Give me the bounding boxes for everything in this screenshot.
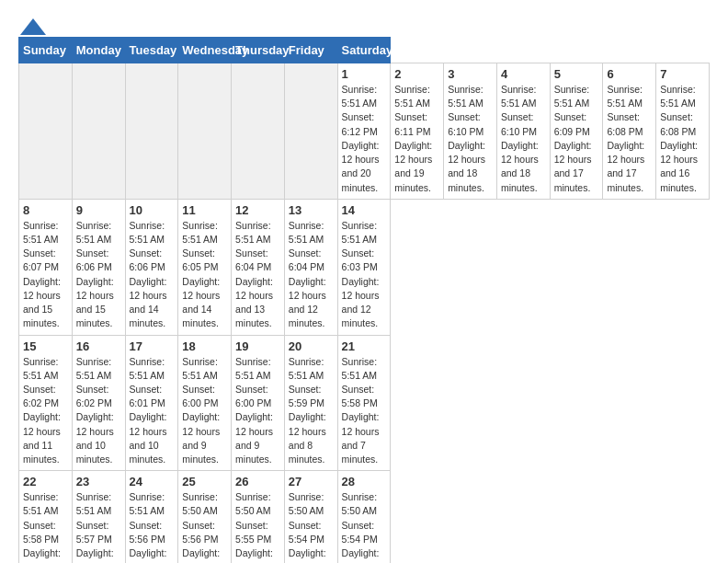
page-header: [18, 15, 710, 31]
calendar-day-13: 13Sunrise: 5:51 AMSunset: 6:04 PMDayligh…: [284, 199, 337, 335]
calendar-week-2: 8Sunrise: 5:51 AMSunset: 6:07 PMDaylight…: [19, 199, 710, 335]
day-number: 12: [235, 203, 280, 217]
day-number: 6: [607, 67, 652, 81]
empty-cell: [178, 63, 232, 200]
day-info: Sunrise: 5:51 AMSunset: 6:02 PMDaylight:…: [76, 356, 114, 465]
day-number: 15: [23, 339, 68, 353]
day-info: Sunrise: 5:51 AMSunset: 6:09 PMDaylight:…: [554, 84, 592, 193]
calendar-day-18: 18Sunrise: 5:51 AMSunset: 6:00 PMDayligh…: [178, 335, 232, 471]
calendar-day-12: 12Sunrise: 5:51 AMSunset: 6:04 PMDayligh…: [232, 199, 285, 335]
calendar-day-11: 11Sunrise: 5:51 AMSunset: 6:05 PMDayligh…: [178, 199, 232, 335]
day-number: 14: [342, 203, 387, 217]
day-number: 7: [660, 67, 705, 81]
day-number: 9: [76, 203, 121, 217]
day-number: 23: [76, 475, 121, 488]
day-info: Sunrise: 5:50 AMSunset: 5:56 PMDaylight:…: [182, 491, 220, 563]
day-number: 28: [342, 475, 387, 488]
day-info: Sunrise: 5:51 AMSunset: 5:58 PMDaylight:…: [342, 356, 380, 465]
calendar-day-25: 25Sunrise: 5:50 AMSunset: 5:56 PMDayligh…: [178, 471, 232, 563]
day-info: Sunrise: 5:51 AMSunset: 5:58 PMDaylight:…: [23, 491, 61, 563]
calendar-day-24: 24Sunrise: 5:51 AMSunset: 5:56 PMDayligh…: [125, 471, 178, 563]
column-header-saturday: Saturday: [337, 38, 391, 63]
day-number: 19: [235, 339, 280, 353]
column-header-wednesday: Wednesday: [178, 38, 232, 63]
calendar-day-7: 7Sunrise: 5:51 AMSunset: 6:08 PMDaylight…: [656, 63, 710, 200]
empty-cell: [72, 63, 125, 200]
day-info: Sunrise: 5:51 AMSunset: 6:08 PMDaylight:…: [607, 84, 644, 193]
day-info: Sunrise: 5:50 AMSunset: 5:54 PMDaylight:…: [342, 491, 380, 563]
day-number: 27: [289, 475, 334, 488]
calendar-day-4: 4Sunrise: 5:51 AMSunset: 6:10 PMDaylight…: [496, 63, 550, 200]
day-number: 2: [394, 67, 439, 81]
empty-cell: [125, 63, 178, 200]
day-number: 25: [182, 475, 227, 488]
calendar-day-27: 27Sunrise: 5:50 AMSunset: 5:54 PMDayligh…: [284, 471, 337, 563]
day-info: Sunrise: 5:51 AMSunset: 6:00 PMDaylight:…: [182, 356, 220, 465]
day-number: 18: [182, 339, 227, 353]
calendar-day-14: 14Sunrise: 5:51 AMSunset: 6:03 PMDayligh…: [337, 199, 391, 335]
day-number: 3: [448, 67, 493, 81]
day-info: Sunrise: 5:51 AMSunset: 6:01 PMDaylight:…: [130, 356, 167, 465]
day-number: 22: [23, 475, 68, 488]
empty-cell: [232, 63, 285, 200]
day-number: 13: [289, 203, 334, 217]
day-number: 16: [76, 339, 121, 353]
day-info: Sunrise: 5:51 AMSunset: 6:06 PMDaylight:…: [76, 220, 114, 329]
day-info: Sunrise: 5:51 AMSunset: 6:04 PMDaylight:…: [235, 220, 273, 329]
calendar-week-3: 15Sunrise: 5:51 AMSunset: 6:02 PMDayligh…: [19, 335, 710, 471]
day-number: 4: [501, 67, 546, 81]
calendar-day-16: 16Sunrise: 5:51 AMSunset: 6:02 PMDayligh…: [72, 335, 125, 471]
day-number: 21: [342, 339, 387, 353]
day-info: Sunrise: 5:51 AMSunset: 6:10 PMDaylight:…: [448, 84, 485, 193]
calendar-day-8: 8Sunrise: 5:51 AMSunset: 6:07 PMDaylight…: [19, 199, 73, 335]
day-number: 26: [235, 475, 280, 488]
day-info: Sunrise: 5:51 AMSunset: 6:07 PMDaylight:…: [23, 220, 61, 329]
column-header-friday: Friday: [284, 38, 337, 63]
calendar-day-5: 5Sunrise: 5:51 AMSunset: 6:09 PMDaylight…: [550, 63, 603, 200]
day-info: Sunrise: 5:50 AMSunset: 5:55 PMDaylight:…: [235, 491, 273, 563]
day-info: Sunrise: 5:51 AMSunset: 6:11 PMDaylight:…: [394, 84, 432, 193]
calendar-day-17: 17Sunrise: 5:51 AMSunset: 6:01 PMDayligh…: [125, 335, 178, 471]
calendar-day-2: 2Sunrise: 5:51 AMSunset: 6:11 PMDaylight…: [391, 63, 444, 200]
day-number: 8: [23, 203, 68, 217]
day-info: Sunrise: 5:51 AMSunset: 5:59 PMDaylight:…: [289, 356, 326, 465]
calendar-day-23: 23Sunrise: 5:51 AMSunset: 5:57 PMDayligh…: [72, 471, 125, 563]
calendar-day-9: 9Sunrise: 5:51 AMSunset: 6:06 PMDaylight…: [72, 199, 125, 335]
calendar-table: SundayMondayTuesdayWednesdayThursdayFrid…: [18, 37, 710, 563]
calendar-week-4: 22Sunrise: 5:51 AMSunset: 5:58 PMDayligh…: [19, 471, 710, 563]
day-number: 5: [554, 67, 599, 81]
calendar-day-26: 26Sunrise: 5:50 AMSunset: 5:55 PMDayligh…: [232, 471, 285, 563]
column-header-tuesday: Tuesday: [125, 38, 178, 63]
day-info: Sunrise: 5:50 AMSunset: 5:54 PMDaylight:…: [289, 491, 326, 563]
calendar-day-19: 19Sunrise: 5:51 AMSunset: 6:00 PMDayligh…: [232, 335, 285, 471]
day-info: Sunrise: 5:51 AMSunset: 6:10 PMDaylight:…: [501, 84, 539, 193]
empty-cell: [284, 63, 337, 200]
day-info: Sunrise: 5:51 AMSunset: 6:06 PMDaylight:…: [130, 220, 167, 329]
day-number: 1: [342, 67, 387, 81]
logo-icon: [20, 18, 46, 35]
calendar-day-22: 22Sunrise: 5:51 AMSunset: 5:58 PMDayligh…: [19, 471, 73, 563]
day-number: 11: [182, 203, 227, 217]
column-header-monday: Monday: [72, 38, 125, 63]
day-info: Sunrise: 5:51 AMSunset: 6:00 PMDaylight:…: [235, 356, 273, 465]
svg-marker-0: [20, 18, 46, 35]
calendar-day-6: 6Sunrise: 5:51 AMSunset: 6:08 PMDaylight…: [603, 63, 656, 200]
calendar-day-28: 28Sunrise: 5:50 AMSunset: 5:54 PMDayligh…: [337, 471, 391, 563]
day-info: Sunrise: 5:51 AMSunset: 5:57 PMDaylight:…: [76, 491, 114, 563]
day-number: 24: [130, 475, 175, 488]
calendar-day-20: 20Sunrise: 5:51 AMSunset: 5:59 PMDayligh…: [284, 335, 337, 471]
calendar-day-21: 21Sunrise: 5:51 AMSunset: 5:58 PMDayligh…: [337, 335, 391, 471]
empty-cell: [19, 63, 73, 200]
calendar-week-1: 1Sunrise: 5:51 AMSunset: 6:12 PMDaylight…: [19, 63, 710, 200]
calendar-day-15: 15Sunrise: 5:51 AMSunset: 6:02 PMDayligh…: [19, 335, 73, 471]
column-header-thursday: Thursday: [232, 38, 285, 63]
day-info: Sunrise: 5:51 AMSunset: 6:05 PMDaylight:…: [182, 220, 220, 329]
day-info: Sunrise: 5:51 AMSunset: 6:03 PMDaylight:…: [342, 220, 380, 329]
column-header-sunday: Sunday: [19, 38, 73, 63]
day-info: Sunrise: 5:51 AMSunset: 6:12 PMDaylight:…: [342, 84, 380, 193]
calendar-day-10: 10Sunrise: 5:51 AMSunset: 6:06 PMDayligh…: [125, 199, 178, 335]
day-number: 17: [130, 339, 175, 353]
day-info: Sunrise: 5:51 AMSunset: 6:08 PMDaylight:…: [660, 84, 698, 193]
calendar-day-1: 1Sunrise: 5:51 AMSunset: 6:12 PMDaylight…: [337, 63, 391, 200]
logo: [18, 18, 46, 31]
